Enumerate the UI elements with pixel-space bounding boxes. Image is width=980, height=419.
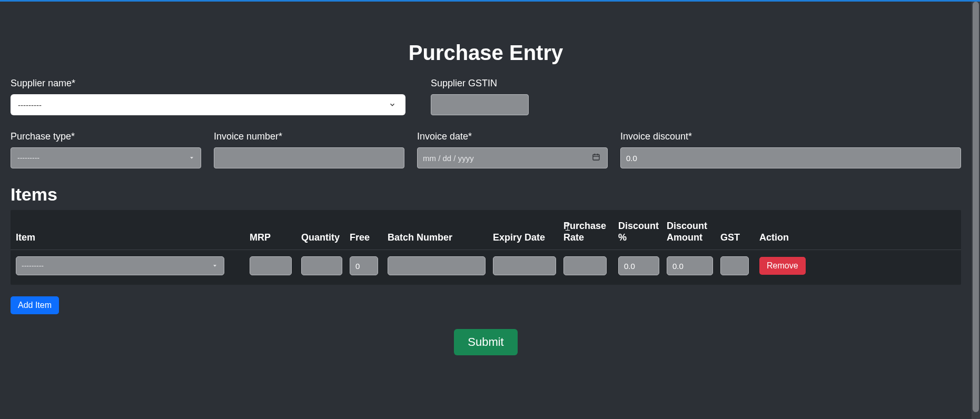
- purchase-type-selected: ---------: [17, 154, 39, 162]
- invoice-discount-label: Invoice discount*: [620, 131, 961, 142]
- item-select[interactable]: ---------: [16, 256, 224, 275]
- discount-pct-input[interactable]: [618, 256, 659, 275]
- item-selected: ---------: [22, 262, 44, 270]
- items-header-row: Item MRP Quantity Free Batch Number Expi…: [11, 210, 961, 250]
- invoice-date-input[interactable]: [417, 147, 608, 168]
- svg-marker-5: [213, 265, 216, 267]
- mrp-input[interactable]: [250, 256, 292, 275]
- vertical-scrollbar[interactable]: [972, 2, 980, 419]
- supplier-row: Supplier name* --------- Supplier GSTIN: [11, 78, 961, 115]
- remove-button[interactable]: Remove: [759, 257, 806, 275]
- col-batch-header: Batch Number: [388, 232, 493, 244]
- discount-amt-input[interactable]: [667, 256, 713, 275]
- col-mrp-header: MRP: [250, 232, 301, 244]
- supplier-name-select[interactable]: ---------: [11, 94, 405, 115]
- batch-input[interactable]: [388, 256, 486, 275]
- col-gst-header: GST: [720, 232, 759, 244]
- expiry-input[interactable]: [493, 256, 556, 275]
- col-disca-header: Discount Amount: [667, 221, 720, 243]
- invoice-date-label: Invoice date*: [417, 131, 608, 142]
- invoice-number-label: Invoice number*: [214, 131, 404, 142]
- free-input[interactable]: [350, 256, 378, 275]
- supplier-name-selected: ---------: [18, 101, 42, 109]
- col-qty-header: Quantity: [301, 232, 350, 244]
- submit-button[interactable]: Submit: [454, 329, 517, 355]
- caret-down-icon: [189, 154, 194, 162]
- items-heading: Items: [11, 184, 961, 205]
- invoice-discount-input[interactable]: [620, 147, 961, 168]
- supplier-gstin-input[interactable]: [431, 94, 529, 115]
- gst-input[interactable]: [720, 256, 749, 275]
- page-title: Purchase Entry: [11, 41, 961, 65]
- supplier-name-label: Supplier name*: [11, 78, 405, 89]
- supplier-gstin-label: Supplier GSTIN: [431, 78, 529, 89]
- col-expiry-header: Expiry Date: [493, 232, 563, 244]
- svg-marker-0: [190, 157, 193, 158]
- quantity-input[interactable]: [301, 256, 342, 275]
- scrollbar-thumb[interactable]: [973, 2, 979, 412]
- col-free-header: Free: [350, 232, 388, 244]
- purchase-details-row: Purchase type* --------- Invoice number*…: [11, 131, 961, 168]
- col-rate-header: Purchase Rate: [563, 221, 618, 243]
- col-item-header: Item: [16, 232, 250, 244]
- purchase-type-label: Purchase type*: [11, 131, 201, 142]
- table-row: --------- Remove: [11, 250, 961, 285]
- col-discp-header: Discount %: [618, 221, 667, 243]
- chevron-down-icon: [389, 101, 396, 108]
- add-item-button[interactable]: Add Item: [11, 296, 59, 314]
- invoice-number-input[interactable]: [214, 147, 404, 168]
- items-table: Item MRP Quantity Free Batch Number Expi…: [11, 210, 961, 285]
- col-action-header: Action: [759, 232, 807, 244]
- caret-down-icon: [212, 262, 217, 270]
- purchase-type-select[interactable]: ---------: [11, 147, 201, 168]
- rate-input[interactable]: [563, 256, 607, 275]
